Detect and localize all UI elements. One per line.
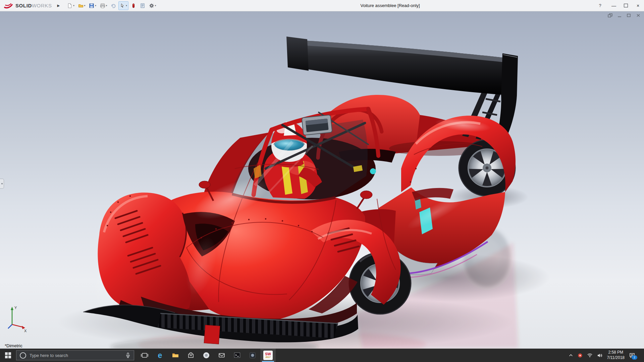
minimize-button[interactable]: — xyxy=(608,0,620,11)
file-explorer-button[interactable] xyxy=(168,349,183,362)
minimize-document-icon[interactable] xyxy=(617,13,622,17)
save-icon xyxy=(89,3,94,8)
circular-app-button[interactable] xyxy=(199,349,214,362)
quick-access-toolbar: ▾ ▾ ▾ ▾ xyxy=(66,1,157,10)
action-center-button[interactable]: 2 xyxy=(629,353,635,358)
toolbar-flyout-arrow-icon[interactable]: ▶ xyxy=(55,4,63,7)
save-button[interactable]: ▾ xyxy=(88,1,98,10)
document-title: Voiture assemblee [Read-only] xyxy=(348,0,432,11)
close-document-icon[interactable] xyxy=(636,13,641,17)
dropdown-caret-icon[interactable]: ▾ xyxy=(155,4,156,7)
dropdown-caret-icon[interactable]: ▾ xyxy=(95,4,96,7)
ds-swoosh-icon xyxy=(3,2,13,9)
edge-browser-button[interactable]: e xyxy=(152,349,168,362)
notification-badge: 2 xyxy=(632,355,637,360)
tray-utility-icon[interactable] xyxy=(578,353,583,358)
new-document-button[interactable]: ▾ xyxy=(66,1,76,10)
new-document-icon xyxy=(67,3,72,8)
viewport-canvas[interactable] xyxy=(0,11,644,349)
store-icon xyxy=(187,351,195,359)
file-explorer-icon xyxy=(171,351,179,359)
rebuild-icon xyxy=(131,3,136,8)
clock-date: 7/11/2018 xyxy=(607,355,625,361)
microphone-icon[interactable] xyxy=(125,352,130,358)
cortana-icon xyxy=(20,352,26,359)
orientation-triad: Y X xyxy=(5,304,29,334)
options-button[interactable]: ▾ xyxy=(148,1,158,10)
window-controls: ? — × xyxy=(595,0,644,11)
popout-window-icon[interactable] xyxy=(608,13,612,17)
file-properties-icon xyxy=(140,3,145,8)
triad-x-label: X xyxy=(24,329,27,333)
print-button[interactable]: ▾ xyxy=(99,1,109,10)
open-folder-icon xyxy=(78,3,84,8)
panel-expand-tab[interactable] xyxy=(0,179,4,189)
view-orientation-label: *Dimetric xyxy=(5,343,22,348)
clock-time: 2:58 PM xyxy=(607,350,625,355)
solidworks-app-icon: SW 2017 xyxy=(263,351,273,360)
dropdown-caret-icon[interactable]: ▾ xyxy=(106,4,107,7)
select-cursor-icon xyxy=(120,3,125,8)
restore-document-icon[interactable] xyxy=(627,13,631,17)
mail-app-button[interactable] xyxy=(214,349,229,362)
rebuild-button[interactable] xyxy=(129,1,138,10)
tab-dot-icon xyxy=(1,183,3,184)
undo-icon xyxy=(111,3,116,8)
taskbar-clock[interactable]: 2:58 PM 7/11/2018 xyxy=(607,350,625,360)
circular-app-icon xyxy=(202,351,210,359)
start-button[interactable] xyxy=(0,349,16,362)
system-tray: 2:58 PM 7/11/2018 2 xyxy=(569,349,644,362)
dropdown-caret-icon[interactable]: ▾ xyxy=(73,4,74,7)
tray-overflow-chevron-icon[interactable] xyxy=(569,353,573,357)
mail-icon xyxy=(218,351,226,359)
solidworks-logo: SOLIDWORKS xyxy=(0,2,55,9)
close-button[interactable]: × xyxy=(632,0,644,11)
dark-app-icon xyxy=(249,351,257,359)
solidworks-window: SOLIDWORKS ▶ ▾ ▾ ▾ xyxy=(0,0,644,362)
select-tool-button[interactable]: ▾ xyxy=(118,1,128,10)
taskbar-search[interactable]: Type here to search xyxy=(16,350,134,360)
edge-icon: e xyxy=(158,352,162,359)
options-gear-icon xyxy=(149,3,154,8)
command-prompt-icon xyxy=(233,351,241,359)
network-wifi-icon[interactable] xyxy=(587,353,593,358)
help-button[interactable]: ? xyxy=(595,0,605,11)
graphics-area[interactable]: Y X *Dimetric xyxy=(0,11,644,349)
windows-logo-icon xyxy=(5,352,11,358)
search-placeholder: Type here to search xyxy=(30,353,122,358)
undo-button[interactable] xyxy=(109,1,117,10)
brand-text: SOLIDWORKS xyxy=(15,3,52,8)
file-properties-button[interactable] xyxy=(139,1,147,10)
task-view-button[interactable] xyxy=(137,349,152,362)
speaker-icon[interactable] xyxy=(597,353,603,358)
dropdown-caret-icon[interactable]: ▾ xyxy=(126,4,127,7)
task-view-icon xyxy=(141,351,149,359)
taskbar-apps: e xyxy=(137,349,276,362)
document-window-controls xyxy=(608,13,641,17)
dropdown-caret-icon[interactable]: ▾ xyxy=(84,4,86,7)
maximize-button[interactable] xyxy=(620,0,632,11)
title-bar: SOLIDWORKS ▶ ▾ ▾ ▾ xyxy=(0,0,644,11)
maximize-icon xyxy=(624,4,628,7)
rearview-mirror xyxy=(302,115,332,135)
triad-y-label: Y xyxy=(14,306,17,310)
dark-app-button[interactable] xyxy=(245,349,260,362)
print-icon xyxy=(100,3,105,8)
open-document-button[interactable]: ▾ xyxy=(77,1,87,10)
windows-taskbar: Type here to search e xyxy=(0,349,644,362)
microsoft-store-button[interactable] xyxy=(183,349,199,362)
command-prompt-button[interactable] xyxy=(229,349,245,362)
solidworks-app-button[interactable]: SW 2017 xyxy=(260,349,276,362)
